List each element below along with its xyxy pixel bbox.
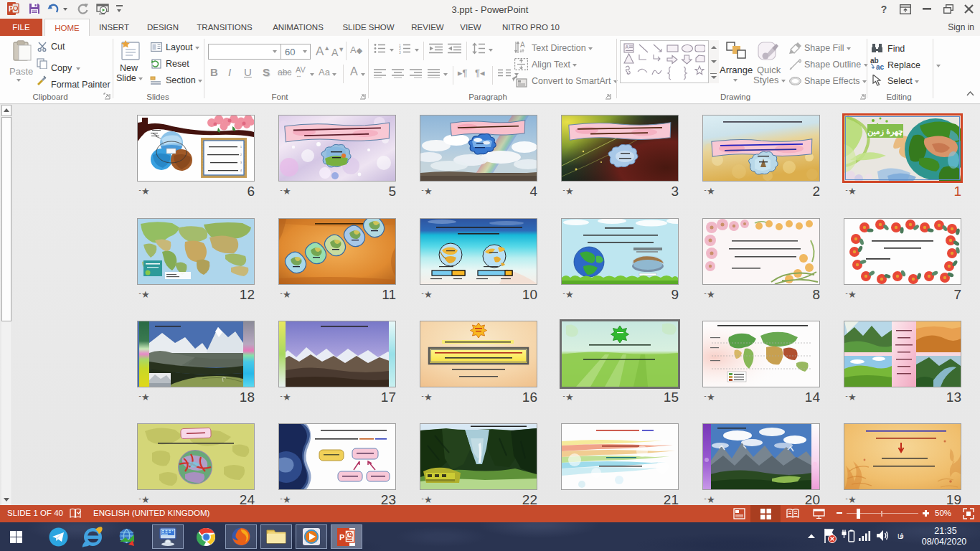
- svg-text:P: P: [339, 533, 344, 542]
- svg-text:A: A: [520, 41, 525, 49]
- svg-text:4: 4: [240, 169, 242, 172]
- svg-text:چهرهٔ زمین: چهرهٔ زمین: [867, 127, 903, 137]
- svg-text:1: 1: [240, 146, 242, 149]
- svg-text:3: 3: [240, 161, 242, 164]
- svg-text:2: 2: [240, 154, 242, 156]
- svg-text:3: 3: [399, 50, 401, 55]
- svg-text:A: A: [626, 44, 629, 50]
